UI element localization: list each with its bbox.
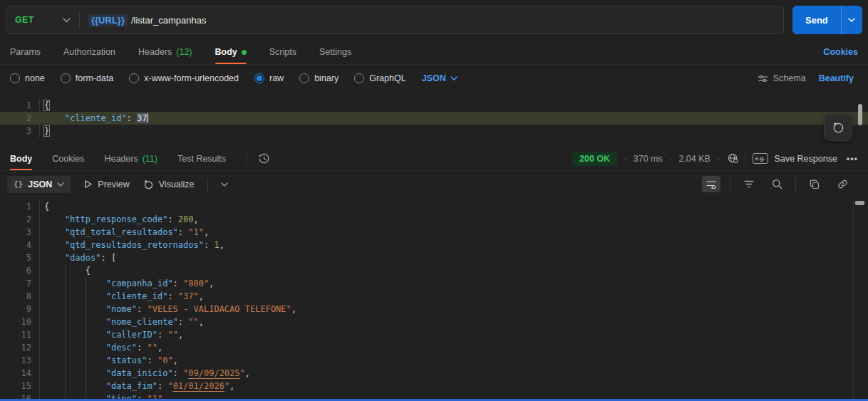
request-editor-scrollbar[interactable] (858, 104, 862, 125)
code-line[interactable]: 2"http_response_code": 200, (0, 213, 868, 226)
raw-language-dropdown[interactable]: JSON (422, 73, 458, 83)
divider (745, 152, 746, 165)
radio-icon (10, 73, 20, 83)
tab-scripts[interactable]: Scripts (269, 40, 296, 64)
code-line[interactable]: 10"nome_cliente": "", (0, 316, 868, 328)
copy-icon[interactable] (805, 176, 824, 192)
code-line[interactable]: 13"status": "0", (0, 354, 868, 367)
more-views-chevron[interactable] (221, 182, 228, 187)
save-response-button[interactable]: Save Response (775, 154, 837, 164)
code-line[interactable]: 7"campanha_id": "800", (0, 277, 868, 290)
beautify-link[interactable]: Beautify (819, 73, 854, 83)
request-url-bar-row: GET {{URL}} /listar_campanhas Send (0, 0, 868, 40)
schema-label: Schema (773, 73, 806, 83)
link-icon[interactable] (833, 176, 852, 192)
save-example-icon: e.g. (753, 153, 768, 164)
radio-icon (61, 73, 71, 83)
send-options-chevron[interactable] (841, 6, 862, 34)
tab-params[interactable]: Params (10, 40, 41, 64)
preview-label: Preview (98, 179, 129, 189)
body-mode-graphql[interactable]: GraphQL (354, 73, 405, 83)
divider (246, 152, 247, 165)
code-line[interactable]: 6{ (0, 264, 868, 277)
radio-icon (129, 73, 139, 83)
response-scrollbar-thumb[interactable] (855, 201, 864, 205)
url-environment-variable[interactable]: {{URL}} (88, 14, 128, 26)
code-line[interactable]: 4"qtd_resultados_retornados": 1, (0, 239, 868, 251)
response-body-editor[interactable]: 1{2"http_response_code": 200,3"qtd_total… (0, 198, 868, 399)
visualize-sparkle-icon (143, 179, 154, 190)
divider (795, 178, 796, 191)
radio-icon (299, 73, 309, 83)
network-globe-icon[interactable] (727, 152, 739, 165)
postbot-button[interactable] (824, 114, 852, 141)
tab-body[interactable]: Body (215, 40, 247, 64)
search-icon[interactable] (768, 176, 786, 192)
request-body-editor[interactable]: 1{2 "cliente_id": 373} (0, 93, 868, 145)
braces-icon: {} (14, 179, 23, 189)
response-scrollbar-track (853, 198, 854, 399)
code-line[interactable]: 12"desc": "", (0, 341, 868, 354)
divider (730, 178, 730, 191)
response-tab-cookies[interactable]: Cookies (52, 147, 84, 170)
code-line[interactable]: 8"cliente_id": "37", (0, 290, 868, 303)
response-format-dropdown[interactable]: {} JSON (7, 176, 71, 193)
response-tab-test-results[interactable]: Test Results (177, 147, 226, 170)
response-tab-body[interactable]: Body (10, 147, 32, 170)
method-dropdown[interactable]: GET (6, 6, 79, 33)
more-options-icon[interactable]: ••• (844, 154, 858, 164)
url-path: /listar_campanhas (131, 15, 207, 26)
response-toolbar: {} JSON Preview Visualize (0, 171, 868, 197)
postbot-sparkle-icon (831, 120, 845, 135)
status-badge[interactable]: 200 OK (572, 152, 617, 166)
tab-authorization[interactable]: Authorization (63, 40, 115, 64)
divider (207, 178, 208, 191)
code-line[interactable]: 9"nome": "VELES - VALIDACAO TELEFONE", (0, 303, 868, 316)
code-line[interactable]: 1{ (0, 200, 868, 213)
code-line[interactable]: 2 "cliente_id": 37 (0, 112, 868, 125)
response-time[interactable]: 370 ms (634, 154, 663, 164)
cookies-link[interactable]: Cookies (823, 40, 858, 64)
send-button-group: Send (792, 6, 862, 34)
body-mode-binary[interactable]: binary (299, 73, 339, 83)
body-mode-row: noneform-datax-www-form-urlencodedrawbin… (0, 65, 868, 92)
code-line[interactable]: 14"data_inicio": "09/09/2025", (0, 367, 868, 380)
body-mode-radios: noneform-datax-www-form-urlencodedrawbin… (10, 73, 406, 83)
text-cursor (148, 113, 149, 123)
schema-button[interactable]: Schema (758, 73, 806, 83)
meta-separator: · (717, 153, 720, 165)
code-line[interactable]: 5"dados": [ (0, 251, 868, 264)
tab-headers[interactable]: Headers(12) (138, 40, 192, 64)
body-mode-form-data[interactable]: form-data (61, 73, 114, 83)
body-mode-raw[interactable]: raw (254, 73, 284, 83)
code-line[interactable]: 3} (0, 125, 868, 137)
meta-separator: · (669, 153, 673, 165)
send-button[interactable]: Send (792, 6, 841, 34)
visualize-button[interactable]: Visualize (143, 179, 195, 190)
code-line[interactable]: 16"tipo": "1", (0, 392, 868, 399)
response-tab-headers[interactable]: Headers(11) (104, 147, 157, 170)
raw-language-label: JSON (422, 73, 446, 83)
history-icon[interactable] (258, 152, 270, 165)
body-mode-none[interactable]: none (10, 73, 45, 83)
url-bar: GET {{URL}} /listar_campanhas (6, 6, 784, 34)
filter-icon[interactable] (740, 176, 758, 192)
response-header: BodyCookiesHeaders(11)Test Results 200 O… (0, 147, 868, 171)
response-size[interactable]: 2.04 KB (678, 154, 710, 164)
chevron-down-icon (63, 18, 71, 23)
radio-icon (254, 73, 264, 83)
code-line[interactable]: 3"qtd_total_resultados": "1", (0, 226, 868, 239)
sliders-icon (758, 74, 768, 83)
code-line[interactable]: 11"callerID": "", (0, 328, 868, 341)
radio-icon (354, 73, 364, 83)
url-input[interactable]: {{URL}} /listar_campanhas (80, 14, 206, 26)
wrap-text-icon[interactable] (702, 176, 720, 192)
code-line[interactable]: 1{ (0, 99, 868, 112)
body-mode-x-www-form-urlencoded[interactable]: x-www-form-urlencoded (129, 73, 239, 83)
response-format-label: JSON (28, 179, 52, 189)
unsaved-dot (242, 50, 247, 55)
tab-settings[interactable]: Settings (319, 40, 351, 64)
request-tabs: ParamsAuthorizationHeaders(12)BodyScript… (0, 40, 868, 65)
code-line[interactable]: 15"data_fim": "01/01/2026", (0, 380, 868, 392)
preview-button[interactable]: Preview (83, 179, 129, 189)
